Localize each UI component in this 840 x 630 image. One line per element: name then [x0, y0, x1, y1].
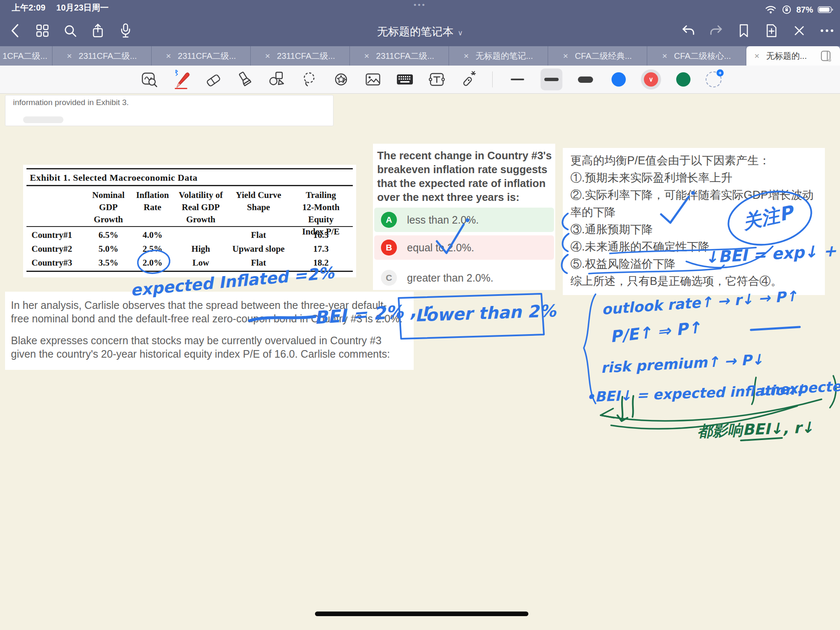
thickness-thick[interactable] — [575, 69, 596, 90]
eraser-icon[interactable] — [203, 70, 223, 90]
table-cell: 6.5% — [85, 230, 131, 240]
tab-8-active[interactable]: ×无标题的... — [746, 46, 840, 66]
tab-label: 2311CFA二级... — [376, 50, 434, 62]
tab-6[interactable]: ×CFA二级经典... — [548, 46, 647, 66]
explanation-line: ⑤.权益风险溢价下降 — [570, 256, 818, 273]
color-green[interactable] — [673, 69, 693, 90]
laser-pointer-icon[interactable] — [459, 70, 478, 90]
option-letter-badge: C — [381, 270, 397, 286]
navigation-bar: 无标题的笔记本∨ — [0, 15, 840, 46]
tab-3[interactable]: ×2311CFA二级... — [251, 46, 350, 66]
tab-label: CFA二级经典... — [575, 50, 632, 62]
table-cell: 4.0% — [131, 230, 173, 240]
table-row: Country#25.0%2.5%HighUpward slope17.3 — [26, 244, 353, 254]
table-cell: 2.5% — [131, 244, 173, 254]
home-indicator[interactable] — [315, 612, 528, 616]
zoom-writing-icon[interactable] — [139, 70, 159, 90]
explanation-panel: 更高的均衡P/E值会由于以下因素产生：①.预期未来实际盈利增长率上升②.实际利率… — [563, 148, 825, 295]
color-red-selected[interactable]: ∨ — [641, 69, 661, 90]
table-cell: 5.0% — [85, 244, 131, 254]
app-screen: 上午2:09 10月23日周一 ••• 87% — [0, 0, 840, 630]
tab-close-icon[interactable]: × — [364, 51, 369, 61]
tab-close-icon[interactable]: × — [67, 51, 72, 61]
table-cell: 17.3 — [289, 244, 353, 254]
table-rule — [26, 168, 353, 169]
page-overview-icon[interactable] — [819, 50, 832, 62]
option-A[interactable]: Aless than 2.0%. — [374, 208, 554, 232]
close-icon[interactable] — [791, 23, 807, 39]
battery-percent: 87% — [796, 5, 813, 15]
fragment-text: information provided in Exhibit 3. — [13, 98, 129, 107]
add-page-icon[interactable] — [764, 23, 780, 39]
tab-close-icon[interactable]: × — [754, 51, 759, 61]
question-text: The recent change in Country #3's breake… — [377, 149, 552, 204]
table-cell: 16.5 — [289, 230, 353, 240]
table-cell: Country#1 — [26, 230, 85, 240]
color-blue[interactable] — [609, 69, 629, 90]
tab-close-icon[interactable]: × — [265, 51, 270, 61]
undo-icon[interactable] — [680, 23, 696, 39]
pen-icon[interactable] — [171, 70, 191, 90]
option-B[interactable]: Bequal to 2.0%. — [374, 235, 554, 260]
table-row: Country#16.5%4.0%Flat16.5 — [26, 230, 353, 240]
more-icon[interactable] — [819, 23, 835, 39]
paragraph-panel: In her analysis, Carlisle observes that … — [5, 292, 414, 370]
status-bar: 上午2:09 10月23日周一 ••• 87% — [0, 0, 840, 15]
text-icon[interactable] — [427, 70, 446, 90]
table-cell: High — [173, 244, 228, 254]
explanation-line: ③.通胀预期下降 — [570, 221, 818, 238]
toolbar-divider — [492, 71, 493, 87]
option-text: less than 2.0%. — [407, 214, 479, 226]
previous-page-fragment: information provided in Exhibit 3. — [5, 95, 333, 126]
image-icon[interactable] — [363, 70, 383, 90]
tab-label: CFA二级核心... — [674, 50, 731, 62]
redo-icon[interactable] — [708, 23, 724, 39]
explanation-line: 更高的均衡P/E值会由于以下因素产生： — [570, 152, 818, 169]
tab-close-icon[interactable]: × — [563, 51, 568, 61]
tab-close-icon[interactable]: × — [662, 51, 667, 61]
shapes-icon[interactable] — [267, 70, 287, 90]
option-text: greater than 2.0%. — [407, 272, 494, 284]
sticker-icon[interactable] — [331, 70, 351, 90]
tab-close-icon[interactable]: × — [464, 51, 469, 61]
table-cell: Flat — [228, 258, 289, 268]
table-cell: 18.2 — [289, 258, 353, 268]
tab-bar: 1CFA二级...×2311CFA二级...×2311CFA二级...×2311… — [0, 46, 840, 66]
tab-4[interactable]: ×2311CFA二级... — [350, 46, 449, 66]
tab-7[interactable]: ×CFA二级核心... — [647, 46, 746, 66]
option-letter-badge: A — [381, 212, 397, 228]
table-cell: Country#3 — [26, 258, 85, 268]
highlighter-icon[interactable] — [235, 70, 255, 90]
fragment-pill — [23, 116, 63, 123]
tab-label: 无标题的... — [766, 50, 807, 62]
add-color-icon[interactable]: + — [706, 71, 722, 87]
table-cell — [173, 230, 228, 240]
table-cell: 2.0% — [131, 258, 173, 268]
table-rule — [26, 271, 353, 272]
option-text: equal to 2.0%. — [407, 242, 474, 254]
table-row: Country#33.5%2.0%LowFlat18.2 — [26, 258, 353, 268]
body-paragraph: Blake expresses concern that stocks may … — [11, 334, 404, 361]
thickness-thin[interactable] — [507, 69, 528, 90]
tab-1[interactable]: ×2311CFA二级... — [52, 46, 152, 66]
tab-5[interactable]: ×无标题的笔记... — [449, 46, 548, 66]
lasso-icon[interactable] — [299, 70, 319, 90]
tab-label: 无标题的笔记... — [475, 50, 533, 62]
table-rule — [26, 185, 353, 186]
multitask-dots-icon: ••• — [0, 1, 840, 9]
tab-label: 1CFA二级... — [3, 50, 47, 62]
exhibit-title: Exhibit 1. Selected Macroeconomic Data — [30, 172, 197, 183]
tab-2[interactable]: ×2311CFA二级... — [152, 46, 251, 66]
explanation-line: 综上所述，只有B是正确选项，它符合④。 — [570, 273, 818, 290]
explanation-line: ②.实际利率下降，可能伴随着实际GDP增长波动率的下降 — [570, 187, 818, 221]
option-C[interactable]: Cgreater than 2.0%. — [374, 266, 554, 290]
explanation-line: ①.预期未来实际盈利增长率上升 — [570, 169, 818, 187]
tab-close-icon[interactable]: × — [166, 51, 171, 61]
notebook-page[interactable]: information provided in Exhibit 3. Exhib… — [0, 93, 840, 630]
tab-label: 2311CFA二级... — [79, 50, 137, 62]
keyboard-icon[interactable] — [395, 70, 415, 90]
tab-0[interactable]: 1CFA二级... — [0, 46, 52, 66]
tab-label: 2311CFA二级... — [277, 50, 335, 62]
thickness-medium[interactable] — [541, 69, 562, 90]
bookmark-icon[interactable] — [736, 23, 752, 39]
